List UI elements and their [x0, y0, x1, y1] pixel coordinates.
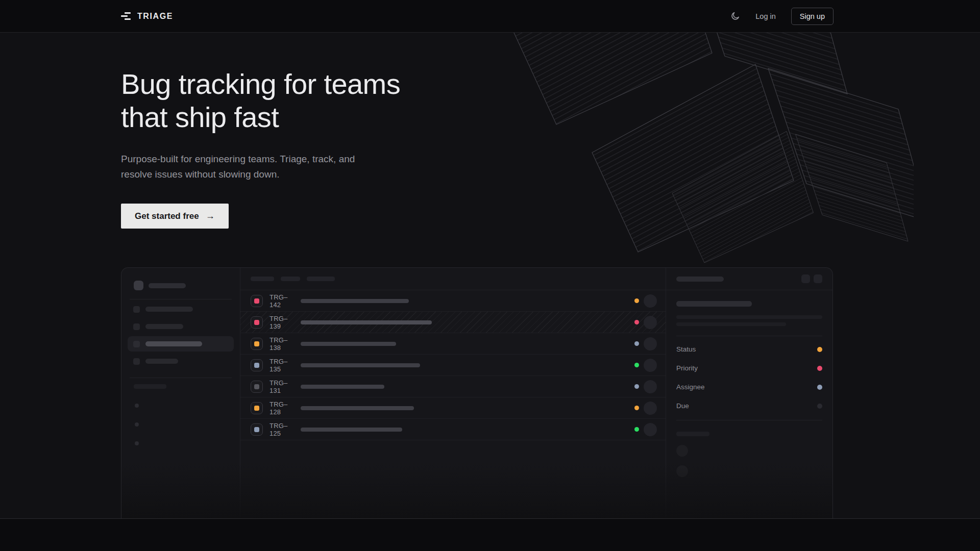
issue-title-placeholder [301, 428, 402, 432]
issue-title-placeholder [301, 385, 384, 389]
issue-type-icon-fill [254, 406, 259, 411]
issue-row: TRG–128 [240, 397, 666, 419]
preview-issue-list: TRG–142 TRG–139 TRG–138 TRG–135 [240, 268, 666, 518]
hero-subtitle-line1: Purpose-built for engineering teams. Tri… [121, 152, 355, 167]
detail-divider [676, 420, 822, 420]
login-link[interactable]: Log in [755, 12, 776, 20]
detail-field-value-dot [817, 366, 822, 371]
wireframe-decoration [510, 33, 914, 265]
issue-type-icon-fill [254, 298, 259, 304]
issue-id: TRG–135 [270, 358, 295, 373]
issue-row-right [634, 359, 657, 372]
detail-field-value-dot [817, 385, 822, 390]
status-dot [634, 341, 639, 346]
detail-divider [676, 336, 822, 336]
issue-type-icon [251, 402, 263, 414]
filter-pill-placeholder [307, 277, 335, 281]
detail-fields: Status Priority Assignee Due [676, 340, 822, 415]
issue-type-icon [251, 338, 263, 350]
issue-row-right [634, 316, 657, 329]
sidebar-dot [135, 404, 139, 408]
preview-issue-rows: TRG–142 TRG–139 TRG–138 TRG–135 [240, 290, 666, 440]
get-started-button[interactable]: Get started free → [121, 204, 229, 229]
sidebar-divider [130, 378, 232, 378]
arrow-right-icon: → [206, 211, 215, 221]
issue-row-right [634, 337, 657, 350]
issue-title-placeholder [301, 406, 414, 410]
issue-type-icon-fill [254, 427, 259, 432]
assignee-avatar [644, 316, 657, 329]
issue-row: TRG–125 [240, 419, 666, 440]
issue-row-right [634, 380, 657, 393]
theme-toggle-button[interactable] [730, 11, 740, 21]
detail-header-buttons [801, 274, 822, 283]
app-preview: TRG–142 TRG–139 TRG–138 TRG–135 [121, 267, 833, 518]
issue-type-icon-fill [254, 363, 259, 368]
detail-action-button [801, 274, 810, 283]
issue-type-icon [251, 295, 263, 307]
detail-header-placeholder [676, 277, 724, 282]
assignee-avatar [644, 337, 657, 350]
issue-id: TRG–142 [270, 293, 295, 309]
issue-row-right [634, 402, 657, 415]
issue-id: TRG–128 [270, 400, 295, 416]
detail-text-placeholder [676, 315, 822, 319]
sidebar-dot [135, 422, 139, 427]
issue-id: TRG–131 [270, 379, 295, 394]
detail-field-row: Status [676, 340, 822, 359]
issue-title-placeholder [301, 299, 409, 303]
issue-type-icon-fill [254, 341, 259, 346]
comment-avatar-placeholder [676, 465, 688, 477]
issue-row-right [634, 423, 657, 436]
issue-row: TRG–138 [240, 333, 666, 355]
issue-title-placeholder [301, 342, 396, 346]
detail-field-row: Due [676, 396, 822, 415]
filter-pill-placeholder [281, 277, 300, 281]
filter-pill-placeholder [251, 277, 274, 281]
status-dot [634, 363, 639, 367]
logo-icon [121, 12, 131, 20]
workspace-icon [134, 281, 143, 290]
signup-button[interactable]: Sign up [791, 8, 834, 25]
assignee-avatar [644, 423, 657, 436]
sidebar-dot [135, 441, 139, 445]
issue-type-icon [251, 359, 263, 371]
issue-title-placeholder [301, 320, 432, 324]
detail-field-row: Assignee [676, 378, 822, 396]
sidebar-divider [130, 299, 232, 299]
get-started-label: Get started free [135, 211, 199, 221]
preview-sidebar [121, 268, 240, 518]
detail-text-placeholder [676, 322, 786, 326]
issue-title-placeholder [301, 363, 420, 367]
issue-type-icon [251, 423, 263, 436]
status-dot [634, 406, 639, 410]
list-header [240, 268, 666, 290]
assignee-avatar [644, 380, 657, 393]
moon-icon [730, 11, 740, 21]
detail-section-placeholder [676, 432, 709, 436]
issue-row: TRG–142 [240, 290, 666, 312]
text-placeholder [145, 324, 183, 329]
section-label-placeholder [134, 384, 166, 389]
workspace-row [134, 281, 240, 290]
assignee-avatar [644, 294, 657, 308]
top-nav: TRIAGE Log in Sign up [0, 0, 980, 33]
detail-field-label: Due [676, 402, 689, 410]
status-dot [634, 427, 639, 432]
sidebar-item-icon [133, 323, 140, 330]
detail-field-label: Status [676, 345, 696, 353]
sidebar-item-icon [133, 306, 140, 313]
issue-id: TRG–138 [270, 336, 295, 352]
text-placeholder [145, 359, 178, 364]
assignee-avatar [644, 402, 657, 415]
sidebar-item-icon [133, 341, 140, 347]
issue-id: TRG–125 [270, 422, 295, 437]
footer [0, 518, 980, 551]
brand[interactable]: TRIAGE [121, 12, 173, 21]
status-dot [634, 384, 639, 389]
hero-title-line2: that ship fast [121, 101, 400, 134]
sidebar-skeleton-item [128, 354, 234, 369]
detail-field-value-dot [817, 404, 822, 409]
assignee-avatar [644, 359, 657, 372]
issue-type-icon-fill [254, 384, 259, 389]
